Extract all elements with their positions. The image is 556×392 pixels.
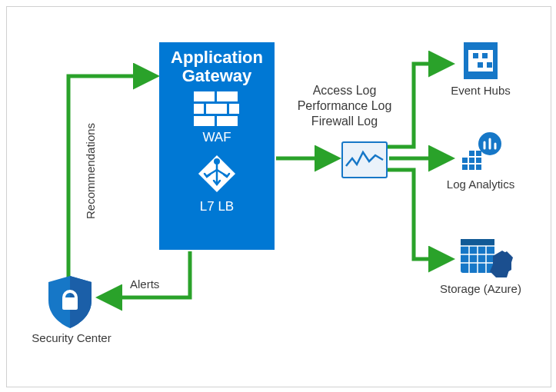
svg-rect-43 <box>62 297 78 310</box>
monitoring-chart-icon <box>341 141 388 178</box>
svg-rect-21 <box>469 158 474 163</box>
svg-rect-23 <box>469 164 474 170</box>
lb-label: L7 LB <box>159 199 275 214</box>
storage-icon <box>459 238 513 281</box>
log-performance: Performance Log <box>287 98 402 114</box>
app-gateway-title-line1: Application <box>171 48 263 67</box>
svg-rect-24 <box>476 164 481 170</box>
svg-rect-22 <box>462 164 468 170</box>
event-hubs-label: Event Hubs <box>434 84 527 97</box>
application-gateway-box: Application Gateway WAF <box>159 42 275 250</box>
svg-rect-17 <box>482 53 488 58</box>
recommendations-label: Recommendations <box>84 123 97 219</box>
svg-rect-5 <box>194 116 215 126</box>
diagram-frame: Application Gateway WAF <box>6 6 551 387</box>
security-center-label: Security Center <box>25 331 118 344</box>
svg-rect-25 <box>469 151 474 156</box>
alerts-label: Alerts <box>130 277 159 291</box>
log-types: Access Log Performance Log Firewall Log <box>287 83 402 129</box>
svg-rect-4 <box>229 104 239 114</box>
svg-rect-3 <box>206 104 227 114</box>
svg-rect-15 <box>493 42 498 79</box>
svg-rect-16 <box>473 53 478 58</box>
log-access: Access Log <box>287 83 402 98</box>
svg-rect-26 <box>476 158 481 163</box>
waf-label: WAF <box>159 130 275 145</box>
svg-rect-20 <box>462 158 468 163</box>
svg-rect-13 <box>464 71 498 79</box>
svg-rect-27 <box>476 151 481 156</box>
waf-icon <box>194 91 240 127</box>
svg-rect-18 <box>478 62 483 68</box>
load-balancer-icon <box>195 151 239 196</box>
app-gateway-title: Application Gateway <box>159 42 275 85</box>
svg-rect-33 <box>461 239 494 246</box>
app-gateway-title-line2: Gateway <box>182 66 252 85</box>
svg-rect-0 <box>194 91 215 101</box>
svg-rect-6 <box>217 116 238 126</box>
svg-rect-14 <box>464 42 468 79</box>
log-analytics-icon <box>459 131 505 174</box>
svg-rect-12 <box>464 42 498 50</box>
security-center-icon <box>45 274 95 330</box>
svg-rect-1 <box>217 91 238 101</box>
storage-label: Storage (Azure) <box>434 282 527 295</box>
svg-rect-19 <box>487 62 492 68</box>
event-hubs-icon <box>459 39 502 82</box>
log-analytics-label: Log Analytics <box>434 178 527 191</box>
log-firewall: Firewall Log <box>287 114 402 129</box>
svg-rect-2 <box>194 104 204 114</box>
